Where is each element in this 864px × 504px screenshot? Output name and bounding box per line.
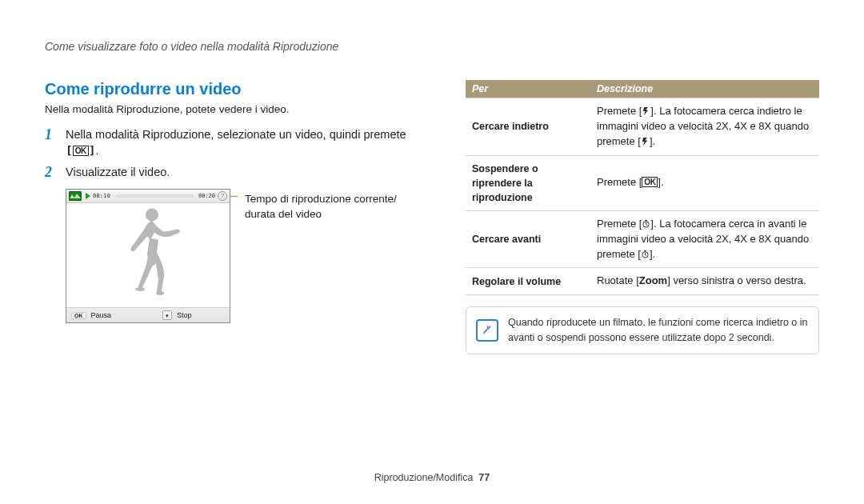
video-footer: OK Pausa ▾ Stop [66, 307, 230, 322]
flash-icon [641, 135, 650, 147]
callout-line [230, 196, 238, 197]
step-2: 2 Visualizzate il video. [45, 164, 429, 182]
note-box: Quando riproducete un filmato, le funzio… [466, 306, 819, 354]
page-footer: Riproduzione/Modifica 77 [0, 472, 864, 483]
table-row: Cercare indietro Premete []. La fotocame… [466, 98, 819, 156]
flash-icon [642, 105, 650, 117]
row-label: Sospendere o riprendere la riproduzione [466, 155, 590, 210]
video-main-area [66, 203, 230, 307]
video-thumbnail-icon [69, 191, 82, 201]
step-1: 1 Nella modalità Riproduzione, seleziona… [45, 126, 429, 159]
step-number: 2 [45, 164, 56, 182]
seek-bar [115, 194, 194, 198]
down-button-indicator: ▾ [162, 310, 172, 320]
bracket-open: [ [66, 144, 73, 157]
svg-point-0 [146, 209, 158, 222]
time-elapsed: 00:10 [93, 193, 110, 199]
row-desc: Premete [OK]. [590, 155, 819, 210]
row-desc: Premete []. La fotocamera cerca indietro… [590, 98, 819, 156]
actions-table: Per Descrizione Cercare indietro Premete… [466, 80, 819, 295]
step-number: 1 [45, 126, 56, 144]
ok-key-label: OK [642, 177, 658, 187]
stop-label: Stop [177, 311, 192, 319]
play-icon [86, 193, 90, 199]
row-label: Cercare avanti [466, 210, 590, 268]
row-desc: Ruotate [Zoom] verso sinistra o verso de… [590, 268, 819, 295]
video-screenshot: 00:10 00:20 ? [66, 189, 230, 323]
note-icon [476, 319, 498, 342]
pause-label: Pausa [91, 311, 112, 319]
table-row: Regolare il volume Ruotate [Zoom] verso … [466, 268, 819, 295]
table-row: Cercare avanti Premete []. La fotocamera… [466, 210, 819, 268]
section-heading: Come riprodurre un video [45, 80, 429, 98]
table-header-per: Per [466, 80, 590, 98]
note-text: Quando riproducete un filmato, le funzio… [508, 315, 809, 346]
time-total: 00:20 [198, 193, 215, 199]
row-label: Cercare indietro [466, 98, 590, 156]
step-2-text: Visualizzate il video. [66, 164, 170, 180]
ok-key-label: OK [73, 146, 89, 156]
svg-point-1 [135, 287, 145, 291]
row-label: Regolare il volume [466, 268, 590, 295]
page-running-header: Come visualizzare foto o video nella mod… [45, 40, 819, 53]
step-1-text: Nella modalità Riproduzione, selezionate… [66, 128, 406, 141]
svg-point-2 [156, 291, 164, 295]
video-topbar: 00:10 00:20 ? [66, 190, 230, 203]
dancer-silhouette-icon [112, 205, 184, 301]
table-row: Sospendere o riprendere la riproduzione … [466, 155, 819, 210]
table-header-desc: Descrizione [590, 80, 819, 98]
screenshot-caption: Tempo di riproduzione corrente/ durata d… [245, 192, 397, 222]
bracket-close: ] [89, 144, 96, 157]
row-desc: Premete []. La fotocamera cerca in avant… [590, 210, 819, 268]
ok-button-indicator: OK [71, 312, 86, 319]
section-subtext: Nella modalità Riproduzione, potete vede… [45, 103, 429, 115]
help-icon: ? [218, 191, 227, 201]
zoom-label: Zoom [639, 274, 667, 286]
timer-icon [641, 248, 650, 260]
timer-icon [642, 218, 650, 230]
